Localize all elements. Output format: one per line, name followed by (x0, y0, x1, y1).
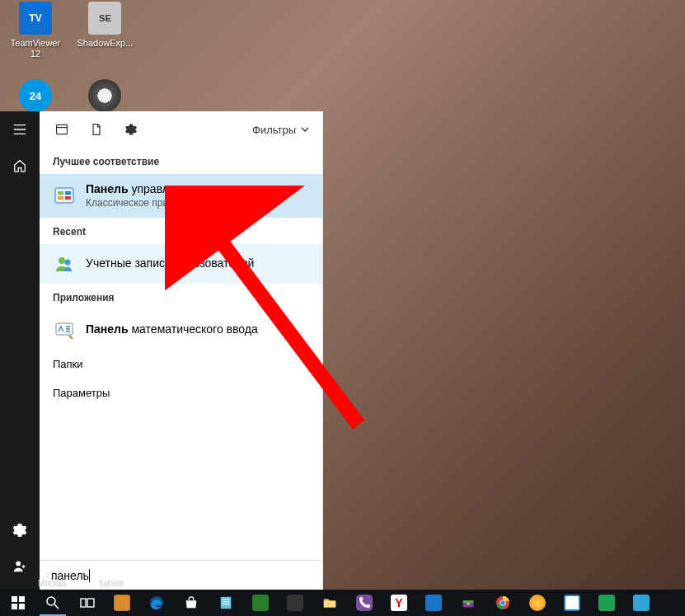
search-results-panel: Фильтры Лучшее соответствие Панель управ… (40, 111, 323, 590)
result-user-accounts[interactable]: Учетные записи пользователей (40, 244, 322, 284)
result-control-panel[interactable]: Панель управления Классическое приложени… (40, 174, 322, 218)
start-button[interactable] (2, 590, 35, 616)
account-button[interactable] (0, 548, 40, 585)
section-settings[interactable]: Параметры (40, 379, 322, 407)
taskbar-winrar[interactable] (452, 590, 485, 616)
section-best-match: Лучшее соответствие (40, 148, 322, 174)
svg-rect-27 (467, 603, 470, 605)
svg-point-8 (65, 259, 71, 265)
search-toolbar: Фильтры (40, 111, 322, 148)
taskbar-app-paint[interactable] (556, 590, 589, 616)
svg-rect-20 (221, 597, 232, 609)
svg-point-7 (59, 257, 65, 264)
section-recent: Recent (40, 218, 322, 244)
svg-rect-23 (223, 604, 230, 604)
result-title: Панель математического ввода (86, 322, 258, 337)
taskbar-notepad[interactable] (209, 590, 242, 616)
svg-rect-15 (19, 604, 25, 609)
svg-rect-1 (57, 125, 68, 134)
svg-rect-13 (19, 596, 25, 602)
math-panel-icon (53, 318, 76, 341)
svg-point-0 (16, 562, 21, 567)
apps-scope-button[interactable] (45, 111, 79, 148)
hamburger-button[interactable] (0, 111, 40, 148)
settings-button[interactable] (0, 512, 40, 548)
svg-rect-6 (65, 196, 71, 200)
taskbar-app-last[interactable] (625, 590, 658, 616)
taskbar-edge[interactable] (140, 590, 173, 616)
svg-rect-26 (463, 600, 474, 603)
svg-rect-24 (324, 601, 335, 607)
taskbar-app-orange[interactable] (521, 590, 554, 616)
start-left-rail (0, 111, 40, 590)
start-menu: Фильтры Лучшее соответствие Панель управ… (0, 111, 323, 590)
svg-rect-14 (12, 604, 17, 609)
svg-point-30 (500, 600, 504, 604)
taskbar-app-green[interactable] (244, 590, 277, 616)
search-button[interactable] (36, 590, 69, 616)
svg-rect-12 (12, 596, 17, 602)
svg-rect-5 (58, 196, 63, 200)
chevron-down-icon (301, 125, 309, 134)
taskbar-app-blue[interactable] (417, 590, 450, 616)
taskbar-chrome[interactable] (486, 590, 519, 616)
taskbar-app-dark[interactable] (279, 590, 312, 616)
svg-point-16 (47, 597, 55, 605)
result-title: Учетные записи пользователей (86, 256, 254, 271)
svg-rect-3 (58, 191, 63, 195)
section-apps: Приложения (40, 284, 322, 310)
desktop-icon-shadow-explorer[interactable]: SE ShadowExp... (76, 2, 134, 49)
result-title: Панель управления (86, 182, 209, 197)
svg-rect-2 (55, 188, 73, 203)
taskbar-app-amber[interactable] (106, 590, 138, 616)
taskbar-yandex[interactable]: Y (382, 590, 415, 616)
control-panel-icon (53, 184, 76, 207)
taskbar: Y (0, 590, 685, 616)
taskbar-store[interactable] (175, 590, 208, 616)
under-text: Москва fixboot (38, 579, 124, 588)
settings-scope-button[interactable] (114, 111, 148, 148)
section-folders[interactable]: Папки (40, 350, 322, 379)
result-subtitle: Классическое приложение (86, 197, 209, 209)
svg-rect-17 (81, 599, 86, 607)
documents-scope-button[interactable] (79, 111, 114, 148)
user-accounts-icon (53, 252, 76, 275)
taskbar-app-client[interactable] (590, 590, 623, 616)
result-math-input-panel[interactable]: Панель математического ввода (40, 310, 322, 350)
desktop-icon-teamviewer[interactable]: TV TeamViewer 12 (7, 2, 64, 59)
task-view-button[interactable] (71, 590, 104, 616)
taskbar-explorer[interactable] (313, 590, 346, 616)
svg-rect-18 (87, 599, 94, 607)
taskbar-viber[interactable] (348, 590, 381, 616)
svg-rect-21 (223, 600, 230, 600)
home-button[interactable] (0, 148, 40, 184)
svg-rect-4 (65, 191, 71, 195)
filters-dropdown[interactable]: Фильтры (244, 124, 317, 136)
svg-rect-22 (223, 601, 230, 602)
